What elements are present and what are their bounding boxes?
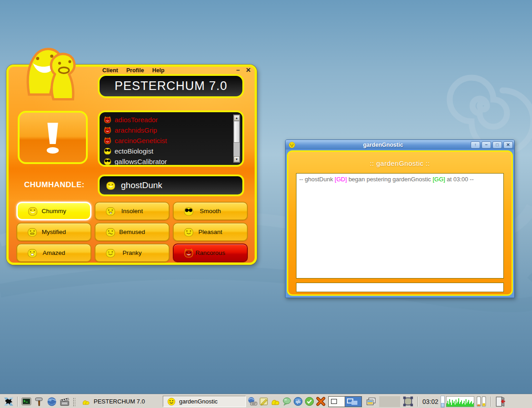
mood-button-chummy[interactable]: Chummy [16, 202, 91, 220]
mood-button-insolent[interactable]: Insolent [95, 202, 170, 220]
mood-label: Rancorous [196, 249, 225, 256]
rancorous-mood-icon [104, 137, 111, 144]
separator [17, 397, 18, 407]
mood-button-mystified[interactable]: Mystified [16, 223, 91, 241]
meter-icon [475, 395, 487, 408]
mood-label: Pranky [122, 249, 141, 256]
chat-input[interactable] [296, 283, 504, 292]
scroll-up-icon[interactable]: ▲ [234, 115, 240, 121]
cpu-graph-icon [446, 396, 474, 407]
mood-label: Amazed [43, 249, 65, 256]
mini-scrollbar[interactable] [441, 396, 445, 408]
chummy-mood-icon [106, 181, 115, 190]
mood-label: Pleasant [198, 229, 222, 235]
smooth-mood-icon [179, 206, 189, 216]
close-button[interactable]: ✕ [246, 66, 251, 74]
task-pesterchum[interactable]: PESTERCHUM 7.0 [78, 396, 161, 407]
chumhandle-value: ghostDunk [121, 180, 162, 190]
qbittorrent-icon[interactable]: qb [293, 396, 303, 407]
workspace-2-active[interactable] [345, 397, 361, 407]
menu-profile[interactable]: Profile [126, 67, 144, 74]
mood-button-smooth[interactable]: Smooth [173, 202, 248, 220]
mood-label: Insolent [121, 208, 143, 214]
chat-window-title: gardenGnostic [297, 142, 469, 148]
scroll-down-icon[interactable]: ▼ [234, 156, 240, 162]
chum-row[interactable]: arachnidsGrip [104, 125, 231, 135]
network-icon[interactable] [247, 396, 258, 407]
chummy-mood-icon [23, 206, 33, 216]
notes-icon[interactable] [259, 396, 269, 407]
minimize-button[interactable]: – [236, 66, 240, 74]
amazed-mood-icon [22, 248, 32, 258]
message-part: -- ghostDunk [299, 176, 335, 183]
chum-name: arachnidsGrip [115, 126, 157, 134]
mood-button-bemused[interactable]: Bemused [95, 223, 170, 241]
pesterchum-logo [23, 41, 85, 104]
close-button[interactable]: ✕ [503, 141, 513, 149]
task-label: gardenGnostic [179, 398, 218, 405]
chat-bubble-icon[interactable] [281, 396, 292, 407]
chat-panel: :: gardenGnostic :: -- ghostDunk [GD] be… [287, 150, 513, 296]
rancorous-mood-icon [179, 248, 189, 258]
hammer-icon[interactable] [34, 396, 45, 407]
mood-button-pleasant[interactable]: Pleasant [173, 223, 248, 241]
mood-label: Smooth [200, 208, 221, 214]
app-title: PESTERCHUM 7.0 [98, 74, 244, 98]
chum-row[interactable]: carcinoGeneticist [104, 135, 231, 146]
svg-text:qb: qb [296, 399, 301, 404]
check-circle-icon[interactable] [304, 396, 315, 407]
chum-name: adiosToreador [115, 116, 158, 124]
screenshot-frame-icon[interactable] [402, 395, 414, 408]
chat-window: gardenGnostic ↑ – □ ✕ :: gardenGnostic :… [285, 139, 515, 298]
chum-items: adiosToreadorarachnidsGripcarcinoGenetic… [104, 114, 231, 167]
grip-handle[interactable] [72, 397, 75, 406]
task-label: PESTERCHUM 7.0 [94, 398, 145, 405]
photos-icon[interactable] [365, 396, 377, 407]
menu-help[interactable]: Help [152, 67, 165, 74]
logout-door-icon[interactable] [494, 396, 506, 408]
chum-row[interactable]: ectoBiologist [104, 146, 231, 156]
scroll-thumb[interactable] [234, 121, 240, 143]
rancorous-mood-icon [104, 116, 111, 124]
workspace-pager[interactable] [328, 396, 362, 407]
chat-header: :: gardenGnostic :: [288, 159, 512, 167]
smiley-icon [167, 397, 176, 406]
terminal-icon[interactable] [21, 396, 32, 407]
chat-message-area[interactable]: -- ghostDunk [GD] began pestering garden… [296, 173, 504, 279]
mood-label: Chummy [41, 208, 66, 214]
menu-client[interactable]: Client [102, 67, 118, 74]
chum-row[interactable]: gallowsCalibrator [104, 156, 231, 167]
film-icon[interactable] [59, 396, 70, 407]
chat-titlebar[interactable]: gardenGnostic ↑ – □ ✕ [286, 140, 514, 149]
mystified-mood-icon [22, 227, 32, 237]
minimize-button[interactable]: – [482, 141, 491, 149]
xchat-icon[interactable] [316, 396, 326, 407]
task-gardengnostic[interactable]: gardenGnostic [163, 396, 246, 407]
workspace-1[interactable] [329, 397, 345, 407]
chumhandle-box[interactable]: ghostDunk [98, 174, 244, 196]
shade-button[interactable]: ↑ [471, 141, 480, 149]
mood-button-rancorous[interactable]: Rancorous [173, 244, 248, 262]
x11-logo-icon[interactable] [3, 396, 14, 407]
bemused-mood-icon [100, 227, 110, 237]
maximize-button[interactable]: □ [492, 141, 502, 149]
message-part: [GD] [335, 176, 347, 183]
chum-list[interactable]: adiosToreadorarachnidsGripcarcinoGenetic… [98, 110, 244, 167]
pesterchum-blob-icon[interactable] [270, 396, 281, 407]
smooth-mood-icon [104, 158, 111, 165]
rancorous-mood-icon [104, 126, 111, 134]
smooth-mood-icon [104, 147, 111, 155]
message-part: at 03:00 -- [445, 176, 474, 183]
chum-row[interactable]: adiosToreador [104, 114, 231, 125]
chum-name: gallowsCalibrator [115, 158, 167, 165]
iconbox [379, 396, 400, 407]
pesterchum-blob-icon [81, 397, 90, 406]
exclamation-icon [35, 117, 70, 159]
chumhandle-label: CHUMHANDLE: [24, 180, 85, 189]
globe-icon[interactable] [46, 396, 57, 407]
mood-label: Bemused [119, 229, 145, 235]
mood-button-pranky[interactable]: Pranky [95, 244, 170, 262]
chum-list-scrollbar[interactable]: ▲ ▼ [233, 114, 240, 163]
clock: 03:02 [422, 398, 438, 405]
mood-button-amazed[interactable]: Amazed [16, 244, 91, 262]
